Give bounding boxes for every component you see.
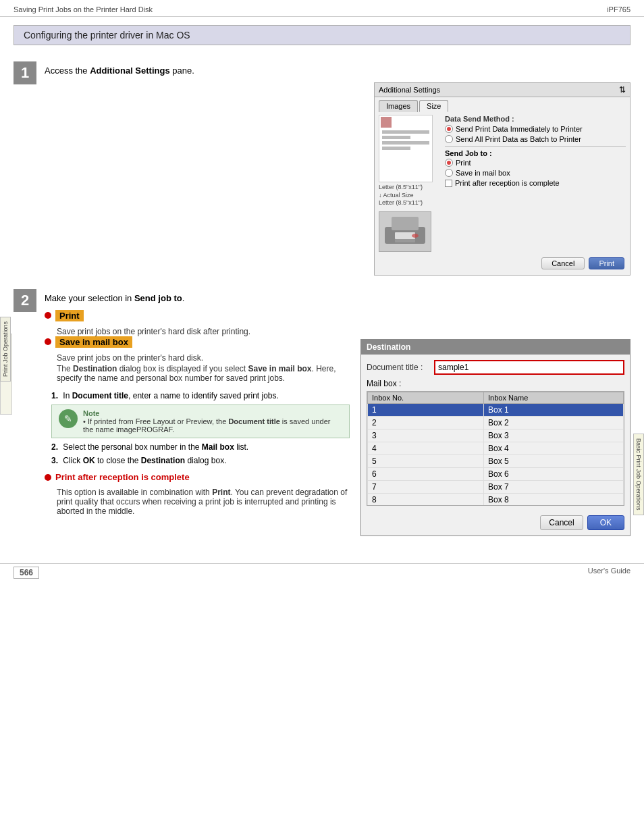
step-1: 1 Access the Additional Settings pane. A… <box>14 61 630 276</box>
bullet-print-after-dot <box>45 474 51 481</box>
panel-header: Additional Settings ⇅ <box>375 83 630 97</box>
tab-size[interactable]: Size <box>419 100 448 112</box>
table-row[interactable]: 3Box 3 <box>368 429 624 442</box>
thumb-icon <box>381 117 392 128</box>
bullet-print-dot <box>45 312 51 319</box>
step-1-text: Access the Additional Settings pane. <box>45 66 630 76</box>
step-1-number: 1 <box>14 61 36 84</box>
dialog-title: Destination <box>361 340 630 355</box>
svg-rect-4 <box>395 239 415 242</box>
col-inbox-no: Inbox No. <box>368 392 484 404</box>
radio-send-immediately[interactable]: Send Print Data Immediately to Printer <box>445 125 626 133</box>
panel-right: Data Send Method : Send Print Data Immed… <box>439 115 626 252</box>
document-title-input[interactable] <box>434 360 624 375</box>
dialog-cancel-button[interactable]: Cancel <box>540 515 583 530</box>
table-header-row: Inbox No. Inbox Name <box>368 392 624 404</box>
bullet-print-after: Print after reception is complete <box>45 472 350 482</box>
radio-send-batch-circle[interactable] <box>445 135 453 143</box>
radio-save-mailbox-circle[interactable] <box>445 169 453 177</box>
dialog-body: Document title : Mail box : Inbox No. <box>361 355 630 511</box>
note-box: ✎ Note • If printed from Free Layout or … <box>51 405 350 438</box>
panel-body: Letter (8.5"x11") ↓ Actual Size Letter (… <box>375 112 630 255</box>
bullet-print-desc: Save print jobs on the printer's hard di… <box>57 327 630 336</box>
panel-tabs: Images Size <box>375 97 630 112</box>
step-2-row: 2 Make your selection in Send job to. Pr… <box>14 289 630 536</box>
top-left-text: Saving Print Jobs on the Printer Hard Di… <box>14 5 153 14</box>
table-row[interactable]: 1Box 1 <box>368 404 624 417</box>
panel-left: Letter (8.5"x11") ↓ Actual Size Letter (… <box>379 115 439 252</box>
document-title-label: Document title : <box>367 363 434 372</box>
mailbox-label: Mail box : <box>367 379 624 388</box>
table-row[interactable]: 6Box 6 <box>368 468 624 481</box>
step-2-text: Make your selection in Send job to. <box>45 293 630 303</box>
col-inbox-name: Inbox Name <box>484 392 624 404</box>
data-send-method-label: Data Send Method : <box>445 115 626 123</box>
mailbox-table-container: Inbox No. Inbox Name 1Box 12Box 23Box 34… <box>367 391 624 506</box>
radio-print[interactable]: Print <box>445 159 626 167</box>
left-side-tab-print-job: Print Job Operations <box>0 317 11 382</box>
section-header: Configuring the printer driver in Mac OS <box>14 25 630 45</box>
tab-images[interactable]: Images <box>379 100 418 112</box>
page-number: 566 <box>14 567 39 579</box>
destination-dialog[interactable]: Destination Document title : Mail box : <box>360 339 630 536</box>
panel-thumbnail <box>379 115 433 182</box>
checkbox-print-after[interactable]: Print after reception is complete <box>445 179 626 187</box>
step-2: 2 Make your selection in Send job to. Pr… <box>14 289 630 536</box>
step-2-content: Make your selection in Send job to. Prin… <box>45 289 630 536</box>
bullet-print: Print <box>45 310 630 321</box>
additional-settings-panel[interactable]: Additional Settings ⇅ Images Size <box>374 82 630 276</box>
bullet-save-label: Save in mail box <box>55 336 132 348</box>
mailbox-scroll[interactable]: Inbox No. Inbox Name 1Box 12Box 23Box 34… <box>367 391 624 506</box>
dialog-footer: Cancel OK <box>361 511 630 530</box>
panel-footer: Cancel Print <box>375 255 630 269</box>
note-text: • If printed from Free Layout or Preview… <box>83 417 342 434</box>
send-job-label: Send Job to : <box>445 149 626 157</box>
bullet-print-after-label: Print after reception is complete <box>55 472 190 482</box>
table-row[interactable]: 8Box 8 <box>368 494 624 506</box>
dialog-ok-button[interactable]: OK <box>587 515 624 530</box>
panel-printer-image <box>379 211 431 252</box>
radio-save-mailbox[interactable]: Save in mail box <box>445 169 626 177</box>
note-icon: ✎ <box>59 409 78 428</box>
document-title-row: Document title : <box>367 360 624 375</box>
table-row[interactable]: 7Box 7 <box>368 481 624 494</box>
top-right-text: iPF765 <box>607 5 630 14</box>
table-row[interactable]: 4Box 4 <box>368 442 624 455</box>
page-top-bar: Saving Print Jobs on the Printer Hard Di… <box>0 0 644 17</box>
checkbox-print-after-box[interactable] <box>445 180 452 187</box>
table-row[interactable]: 5Box 5 <box>368 455 624 468</box>
panel-size-info: Letter (8.5"x11") ↓ Actual Size Letter (… <box>379 184 439 207</box>
radio-print-circle[interactable] <box>445 159 453 167</box>
bullet-save-dot <box>45 338 51 345</box>
table-row[interactable]: 2Box 2 <box>368 417 624 429</box>
svg-point-3 <box>412 234 419 238</box>
bullet-save: Save in mail box <box>45 336 350 348</box>
panel-print-button[interactable]: Print <box>589 257 624 269</box>
step-2-number: 2 <box>14 289 36 312</box>
footer-right-text: User's Guide <box>588 567 630 579</box>
svg-rect-1 <box>392 217 419 230</box>
panel-divider <box>445 146 626 147</box>
panel-arrows-icon[interactable]: ⇅ <box>619 85 626 95</box>
thumb-lines <box>382 130 429 152</box>
radio-send-batch[interactable]: Send All Print Data as Batch to Printer <box>445 135 626 143</box>
radio-send-immediately-circle[interactable] <box>445 125 453 133</box>
note-content: Note • If printed from Free Layout or Pr… <box>83 409 342 434</box>
right-side-tab-basic: Basic Print Job Operations <box>633 434 644 515</box>
page-footer: 566 User's Guide <box>0 563 644 581</box>
bullet-print-section: Print Save print jobs on the printer's h… <box>45 310 630 336</box>
mailbox-table-body: 1Box 12Box 23Box 34Box 45Box 56Box 67Box… <box>368 404 624 506</box>
bullet-print-label: Print <box>55 310 84 321</box>
panel-cancel-button[interactable]: Cancel <box>541 257 585 269</box>
mailbox-table-head: Inbox No. Inbox Name <box>368 392 624 404</box>
mailbox-table: Inbox No. Inbox Name 1Box 12Box 23Box 34… <box>367 392 624 506</box>
